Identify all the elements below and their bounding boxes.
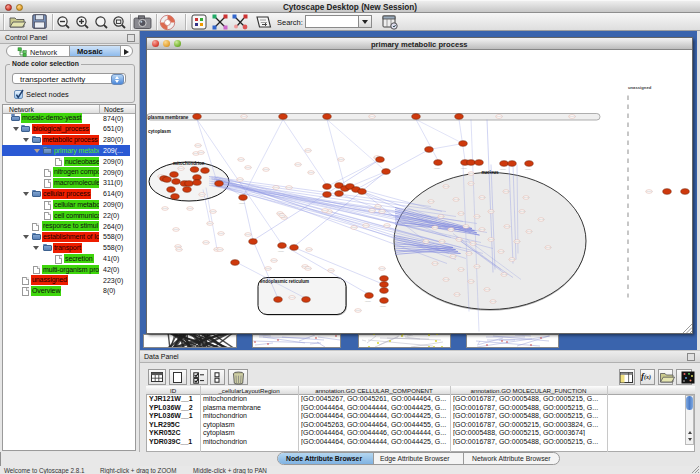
svg-text:[xxxx]: [xxxx] (305, 267, 311, 269)
svg-text:[xxxx]: [xxxx] (328, 269, 334, 271)
svg-text:[xxxx]: [xxxx] (217, 248, 223, 250)
svg-text:[xxxx]: [xxxx] (306, 248, 312, 250)
svg-text:[xxxx]: [xxxx] (271, 259, 277, 261)
svg-text:[xxxx]: [xxxx] (379, 210, 385, 212)
svg-text:[xxxx]: [xxxx] (498, 250, 504, 252)
svg-text:[xxxx]: [xxxx] (239, 201, 245, 203)
svg-text:[xxxx]: [xxxx] (218, 232, 224, 234)
svg-text:[xxxx]: [xxxx] (423, 240, 429, 242)
svg-text:[xxxx]: [xxxx] (305, 149, 311, 151)
svg-text:[xxxx]: [xxxx] (468, 172, 474, 174)
svg-text:[xxxx]: [xxxx] (245, 166, 251, 168)
svg-text:[xxxx]: [xxxx] (490, 300, 496, 302)
svg-text:[xxxx]: [xxxx] (448, 228, 454, 230)
svg-text:[xxxx]: [xxxx] (175, 245, 181, 247)
svg-text:[xxxx]: [xxxx] (279, 214, 285, 216)
svg-text:[xxxx]: [xxxx] (295, 163, 301, 165)
svg-text:[xxxx]: [xxxx] (365, 299, 371, 301)
svg-text:[xxxx]: [xxxx] (461, 166, 467, 168)
svg-text:[xxxx]: [xxxx] (514, 240, 520, 242)
svg-text:[xxxx]: [xxxx] (456, 238, 462, 240)
svg-text:unassigned: unassigned (628, 84, 652, 89)
svg-text:[xxxx]: [xxxx] (479, 228, 485, 230)
svg-text:[xxxx]: [xxxx] (538, 218, 544, 220)
svg-text:[xxxx]: [xxxx] (369, 209, 375, 211)
svg-text:[xxxx]: [xxxx] (474, 215, 480, 217)
svg-text:[xxxx]: [xxxx] (438, 215, 444, 217)
svg-text:[xxxx]: [xxxx] (458, 212, 464, 214)
svg-text:[xxxx]: [xxxx] (468, 280, 474, 282)
svg-text:[xxxx]: [xxxx] (470, 242, 476, 244)
svg-text:[xxxx]: [xxxx] (432, 262, 438, 264)
svg-text:[xxxx]: [xxxx] (380, 304, 386, 306)
svg-text:[xxxx]: [xxxx] (428, 200, 434, 202)
svg-text:[xxxx]: [xxxx] (526, 230, 532, 232)
svg-text:[xxxx]: [xxxx] (263, 168, 269, 170)
svg-text:[xxxx]: [xxxx] (210, 210, 216, 212)
svg-text:mitochondrion: mitochondrion (173, 160, 205, 165)
svg-text:[xxxx]: [xxxx] (278, 249, 284, 251)
svg-text:[xxxx]: [xxxx] (458, 268, 464, 270)
svg-text:[xxxx]: [xxxx] (308, 171, 314, 173)
svg-text:[xxxx]: [xxxx] (454, 293, 460, 295)
svg-text:cytoplasm: cytoplasm (148, 128, 171, 133)
svg-text:[xxxx]: [xxxx] (503, 190, 509, 192)
svg-text:[xxxx]: [xxxx] (479, 196, 485, 198)
svg-text:[xxxx]: [xxxx] (286, 186, 292, 188)
svg-text:[xxxx]: [xxxx] (195, 144, 201, 146)
svg-text:[xxxx]: [xxxx] (241, 115, 247, 117)
svg-text:[xxxx]: [xxxx] (198, 151, 204, 153)
svg-text:[xxxx]: [xxxx] (207, 222, 213, 224)
svg-text:plasma membrane: plasma membrane (148, 114, 189, 119)
svg-text:[xxxx]: [xxxx] (488, 238, 494, 240)
svg-text:[xxxx]: [xxxx] (432, 226, 438, 228)
svg-text:[xxxx]: [xxxx] (509, 258, 515, 260)
svg-text:[xxxx]: [xxxx] (466, 252, 472, 254)
svg-text:[xxxx]: [xxxx] (238, 158, 244, 160)
svg-text:[xxxx]: [xxxx] (379, 267, 385, 269)
svg-text:[xxxx]: [xxxx] (501, 273, 507, 275)
svg-text:[xxxx]: [xxxx] (453, 198, 459, 200)
svg-text:[xxxx]: [xxxx] (363, 224, 369, 226)
svg-text:[xxxx]: [xxxx] (519, 210, 525, 212)
svg-text:[xxxx]: [xxxx] (488, 210, 494, 212)
svg-text:[xxxx]: [xxxx] (162, 207, 168, 209)
svg-text:[xxxx]: [xxxx] (463, 225, 469, 227)
svg-text:[xxxx]: [xxxx] (523, 196, 529, 198)
svg-text:[xxxx]: [xxxx] (443, 278, 449, 280)
svg-text:[xxxx]: [xxxx] (289, 296, 295, 298)
svg-text:[xxxx]: [xxxx] (375, 205, 381, 207)
svg-text:endoplasmic reticulum: endoplasmic reticulum (260, 278, 309, 283)
svg-text:[xxxx]: [xxxx] (525, 167, 531, 169)
svg-text:[xxxx]: [xxxx] (545, 246, 551, 248)
svg-text:[xxxx]: [xxxx] (450, 255, 456, 257)
svg-text:[xxxx]: [xxxx] (273, 186, 279, 188)
svg-text:[xxxx]: [xxxx] (474, 265, 480, 267)
svg-text:[xxxx]: [xxxx] (468, 182, 474, 184)
svg-text:[xxxx]: [xxxx] (504, 225, 510, 227)
svg-text:[xxxx]: [xxxx] (176, 248, 182, 250)
svg-text:[xxxx]: [xxxx] (338, 158, 344, 160)
svg-text:[xxxx]: [xxxx] (500, 167, 506, 169)
svg-text:[xxxx]: [xxxx] (203, 241, 209, 243)
svg-text:[xxxx]: [xxxx] (434, 166, 440, 168)
svg-text:[xxxx]: [xxxx] (173, 228, 179, 230)
svg-text:[xxxx]: [xxxx] (384, 224, 390, 226)
svg-text:[xxxx]: [xxxx] (265, 267, 271, 269)
svg-text:[xxxx]: [xxxx] (484, 288, 490, 290)
svg-text:[xxxx]: [xxxx] (245, 233, 251, 235)
svg-text:[xxxx]: [xxxx] (569, 115, 575, 117)
svg-text:[xxxx]: [xxxx] (351, 226, 357, 228)
svg-text:[xxxx]: [xxxx] (496, 115, 502, 117)
svg-text:[xxxx]: [xxxx] (187, 207, 193, 209)
svg-text:nucleus: nucleus (482, 169, 500, 174)
svg-text:[xxxx]: [xxxx] (439, 240, 445, 242)
svg-text:[xxxx]: [xxxx] (237, 178, 243, 180)
svg-text:[xxxx]: [xxxx] (443, 185, 449, 187)
svg-text:[xxxx]: [xxxx] (322, 209, 328, 211)
svg-text:[xxxx]: [xxxx] (199, 193, 205, 195)
svg-text:[xxxx]: [xxxx] (369, 115, 375, 117)
svg-text:[xxxx]: [xxxx] (646, 190, 652, 192)
svg-text:[xxxx]: [xxxx] (355, 309, 361, 311)
svg-text:[xxxx]: [xxxx] (178, 167, 184, 169)
